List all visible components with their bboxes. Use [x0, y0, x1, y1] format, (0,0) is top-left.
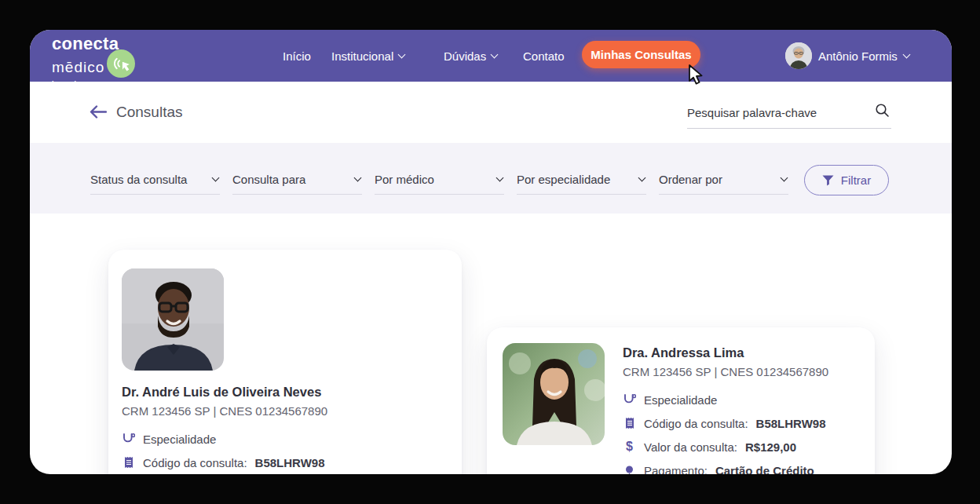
value-label: Valor da consulta:	[644, 440, 737, 454]
value-value: R$129,00	[745, 440, 796, 454]
nav-label: Institucional	[331, 49, 393, 63]
nav-label: Contato	[523, 49, 565, 63]
nav-item-duvidas[interactable]: Dúvidas	[444, 30, 497, 82]
doctor-registry: CRM 123456 SP | CNES 01234567890	[623, 365, 858, 378]
funnel-icon	[822, 175, 834, 186]
dropdown-label: Ordenar por	[659, 173, 722, 186]
code-label: Código da consulta:	[143, 456, 247, 469]
payment-value: Cartão de Crédito	[715, 464, 814, 475]
nav-label: Início	[283, 49, 311, 63]
nav-label: Dúvidas	[444, 49, 486, 63]
code-row: Código da consulta: B58LHRW98	[122, 454, 448, 471]
dropdown-status-da-consulta[interactable]: Status da consulta	[90, 165, 220, 195]
chevron-down-icon	[902, 50, 910, 58]
chevron-down-icon	[781, 174, 788, 182]
receipt-icon	[122, 456, 135, 469]
payment-icon	[623, 466, 636, 475]
back-arrow-icon[interactable]	[90, 105, 107, 122]
consultation-card-andressa[interactable]: Dra. Andressa Lima CRM 123456 SP | CNES …	[487, 327, 875, 474]
specialty-label: Especialidade	[143, 433, 216, 446]
chevron-down-icon	[212, 174, 220, 182]
filter-bar: Status da consulta Consulta para Por méd…	[30, 143, 952, 214]
specialty-label: Especialidade	[644, 393, 717, 407]
dropdown-label: Status da consulta	[90, 173, 187, 186]
search-input[interactable]	[687, 100, 866, 124]
value-row: $ Valor da consulta: R$129,00	[623, 438, 858, 455]
chevron-down-icon	[496, 174, 504, 182]
app-header: conecta mēdico interplayers Iníci	[30, 30, 952, 82]
code-row: Código da consulta: B58LHRW98	[623, 415, 858, 432]
user-menu[interactable]: Antônio Formis	[785, 30, 909, 82]
dropdown-ordenar-por[interactable]: Ordenar por	[659, 165, 788, 195]
brand-line2: mēdico	[52, 60, 104, 75]
consultas-toolbar: Consultas	[30, 82, 952, 143]
specialty-row: Especialidade	[122, 430, 448, 447]
consultation-card-andre[interactable]: Dr. André Luis de Oliveira Neves CRM 123…	[108, 250, 462, 474]
code-value: B58LHRW98	[756, 417, 826, 430]
code-label: Código da consulta:	[644, 417, 748, 430]
doctor-photo	[122, 268, 224, 371]
dropdown-por-medico[interactable]: Por médico	[375, 165, 504, 195]
app-window: conecta mēdico interplayers Iníci	[30, 30, 952, 474]
nav-item-institucional[interactable]: Institucional	[331, 30, 404, 82]
chevron-down-icon	[354, 174, 362, 182]
brand-logo[interactable]: conecta mēdico interplayers	[52, 35, 135, 88]
dropdown-consulta-para[interactable]: Consulta para	[232, 165, 362, 195]
chevron-down-icon	[491, 50, 499, 58]
search-icon[interactable]	[875, 103, 890, 121]
dollar-icon: $	[623, 440, 636, 454]
payment-row: Pagamento: Cartão de Crédito	[623, 462, 858, 474]
page-title: Consultas	[116, 104, 183, 121]
search-box	[687, 97, 891, 129]
dropdown-label: Consulta para	[232, 173, 305, 186]
click-signal-icon	[107, 49, 135, 80]
minhas-consultas-button[interactable]: Minhas Consultas	[582, 41, 700, 68]
doctor-name: Dr. André Luis de Oliveira Neves	[122, 385, 448, 400]
chevron-down-icon	[638, 174, 646, 182]
filtrar-button[interactable]: Filtrar	[804, 165, 889, 195]
receipt-icon	[623, 417, 636, 429]
user-avatar	[785, 42, 812, 69]
specialty-row: Especialidade	[623, 391, 858, 408]
dropdown-label: Por especialidade	[517, 173, 610, 186]
doctor-photo	[503, 343, 605, 445]
chevron-down-icon	[398, 50, 406, 58]
stethoscope-icon	[623, 393, 636, 407]
stethoscope-icon	[122, 433, 135, 446]
doctor-name: Dra. Andressa Lima	[623, 345, 858, 360]
dropdown-por-especialidade[interactable]: Por especialidade	[517, 165, 646, 195]
dropdown-label: Por médico	[375, 173, 434, 186]
nav-item-contato[interactable]: Contato	[523, 30, 565, 82]
payment-label: Pagamento:	[644, 464, 708, 475]
doctor-registry: CRM 123456 SP | CNES 01234567890	[122, 404, 448, 418]
nav-item-inicio[interactable]: Início	[283, 30, 311, 82]
user-name: Antônio Formis	[818, 49, 898, 63]
code-value: B58LHRW98	[255, 456, 325, 469]
filtrar-label: Filtrar	[841, 173, 871, 187]
